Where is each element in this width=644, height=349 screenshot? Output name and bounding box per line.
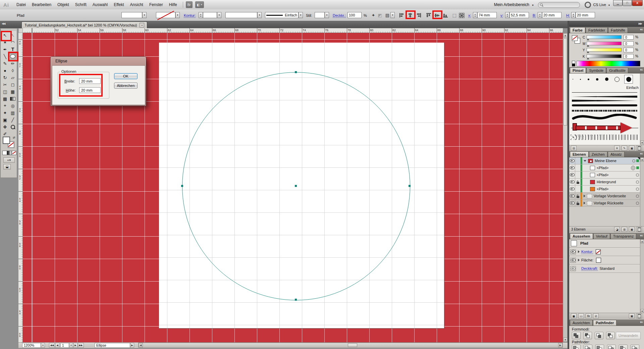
layer-row[interactable]: <Pfad>	[569, 164, 640, 171]
kontur-row[interactable]: Kontur:	[569, 248, 640, 256]
tab-aussehen[interactable]: Aussehen	[570, 233, 593, 239]
anchor-center[interactable]	[295, 185, 297, 187]
menu-item-auswahl[interactable]: Auswahl	[93, 2, 108, 7]
target-indicator[interactable]	[631, 166, 635, 170]
expand-icon[interactable]	[578, 250, 580, 253]
mesh-tool[interactable]: ▩	[1, 95, 9, 102]
layer-row[interactable]: Hintergrund	[569, 179, 640, 186]
stroke-color-dropdown[interactable]: ▾	[175, 12, 180, 18]
target-indicator[interactable]	[636, 195, 639, 198]
layer-visibility-toggle[interactable]	[569, 179, 575, 185]
channel-value-M[interactable]: 0	[624, 41, 634, 46]
formmodi-button-3[interactable]	[606, 332, 615, 339]
layer-lock-toggle[interactable]	[575, 157, 581, 164]
align-right-icon[interactable]	[416, 13, 421, 18]
deckkraft-field[interactable]: 100	[347, 12, 362, 18]
scale-tool[interactable]: ▱	[9, 74, 16, 81]
slider-marker[interactable]	[587, 39, 589, 40]
layer-visibility-toggle[interactable]	[569, 171, 575, 178]
horizontal-ruler[interactable]: 5254565860626466687072747678808284868890…	[23, 28, 563, 33]
line-segment-tool[interactable]: ╲	[1, 53, 9, 60]
layer-row-main[interactable]: Vorlage Rückseite	[582, 200, 629, 206]
scroll-down-icon[interactable]: ▼	[563, 338, 568, 342]
fill-color-dropdown[interactable]: ▾	[142, 12, 147, 18]
recolor-artwork-icon[interactable]: ✦	[370, 12, 376, 18]
brush-definition-field[interactable]: Einfach	[265, 12, 299, 18]
collapse-panel-icon[interactable]: ◀◀	[2, 22, 5, 25]
channel-value-C[interactable]: 0	[624, 35, 634, 40]
zoom-level-field[interactable]: 1200%	[22, 343, 41, 348]
brush-dot[interactable]	[573, 79, 573, 80]
pathfinder-button-3[interactable]	[607, 345, 616, 349]
menu-item-bearbeiten[interactable]: Bearbeiten	[32, 2, 51, 7]
tab-ebenen[interactable]: Ebenen	[570, 151, 589, 157]
stroke-color-swatch[interactable]	[156, 12, 175, 18]
gradient-mode-button[interactable]	[7, 151, 12, 155]
workspace-switcher[interactable]: Mein Arbeitsbereich ▾	[494, 2, 534, 7]
tab-zeichen[interactable]: Zeichen	[589, 151, 607, 157]
layer-lock-toggle[interactable]	[575, 193, 581, 199]
new-sublayer-icon[interactable]: ⊞	[622, 227, 627, 232]
hand-tool[interactable]: ✥	[1, 123, 9, 130]
scroll-up-icon[interactable]: ▲	[563, 33, 568, 38]
status-menu-icon[interactable]: ▶	[130, 343, 134, 348]
slider-marker[interactable]	[587, 58, 589, 59]
layer-lock-toggle[interactable]	[575, 179, 581, 185]
width-tool[interactable]: ✂	[1, 81, 9, 88]
bridge-button[interactable]: Br	[186, 1, 193, 8]
visibility-icon[interactable]	[570, 266, 576, 271]
stil-dropdown[interactable]: ▾	[325, 12, 329, 18]
layer-row-main[interactable]: Vorlage Vorderseite	[582, 193, 629, 199]
eraser-tool[interactable]: ◊	[9, 67, 16, 74]
target-indicator[interactable]	[636, 181, 639, 184]
arrange-documents-button[interactable]: ◧ ▾	[195, 1, 204, 8]
swap-fill-stroke-icon[interactable]: ⇄	[13, 136, 15, 139]
formmodi-button-0[interactable]	[572, 332, 581, 339]
collapse-dock-icon[interactable]: ▶▶	[639, 22, 642, 25]
brush-options-icon[interactable]: ✎	[622, 146, 627, 151]
edit-colors-icon[interactable]: ◩	[377, 12, 383, 18]
anchor-bottom[interactable]	[295, 299, 297, 301]
panel-menu-icon[interactable]: ▾≡	[640, 234, 643, 237]
channel-value-Y[interactable]: 0	[624, 48, 634, 52]
visibility-icon[interactable]	[570, 258, 576, 263]
screen-mode-button[interactable]: ⬓	[3, 164, 11, 169]
blend-tool[interactable]: ◎	[9, 102, 16, 109]
add-effect-icon[interactable]: fx	[586, 313, 591, 318]
black-swatch[interactable]	[572, 63, 575, 66]
target-indicator[interactable]	[636, 188, 639, 191]
brush-dot[interactable]	[588, 79, 589, 80]
toolbar-grabber[interactable]	[1, 29, 17, 31]
layer-row-main[interactable]: <Pfad>	[582, 186, 629, 192]
align-top-icon[interactable]	[426, 13, 431, 18]
maximize-button[interactable]: □	[623, 0, 632, 6]
layer-row[interactable]: <Pfad>	[569, 171, 640, 179]
ruler-corner[interactable]	[18, 28, 23, 33]
width-field[interactable]: 20 mm	[542, 12, 561, 18]
tab-farbe[interactable]: Farbe	[570, 27, 585, 33]
tab-farbfelder[interactable]: Farbfelder	[586, 27, 608, 33]
align-bottom-icon[interactable]	[443, 13, 448, 18]
brush-thick-line[interactable]	[572, 104, 637, 106]
slider-marker[interactable]	[587, 51, 589, 53]
tab-pinsel[interactable]: Pinsel	[570, 67, 586, 73]
scroll-up-icon[interactable]: ▲	[640, 157, 644, 161]
panel-fill-swatch[interactable]	[572, 35, 578, 41]
document-setup-dropdown[interactable]: ▾	[390, 12, 395, 18]
shape-builder-tool[interactable]: ◫	[1, 88, 9, 95]
expand-icon[interactable]	[584, 202, 585, 204]
tab-close-icon[interactable]: ×	[140, 23, 144, 28]
channel-value-K[interactable]: 0	[624, 54, 634, 59]
layer-lock-toggle[interactable]	[575, 171, 581, 178]
scroll-down-icon[interactable]: ▼	[640, 141, 644, 145]
kontur-swatch[interactable]	[596, 249, 601, 254]
layer-visibility-toggle[interactable]	[569, 193, 575, 199]
slice-tool[interactable]: ╱	[9, 116, 16, 123]
vertical-scroll-thumb[interactable]	[564, 38, 567, 126]
tab-symbole[interactable]: Symbole	[586, 67, 606, 73]
tab-pathfinder[interactable]: Pathfinder	[593, 320, 616, 326]
x-stepper[interactable]: ▴▾	[473, 12, 477, 18]
brush-thin-line[interactable]	[572, 92, 637, 93]
prev-page-icon[interactable]: ◀	[55, 343, 60, 348]
pathfinder-button-1[interactable]	[584, 345, 592, 349]
